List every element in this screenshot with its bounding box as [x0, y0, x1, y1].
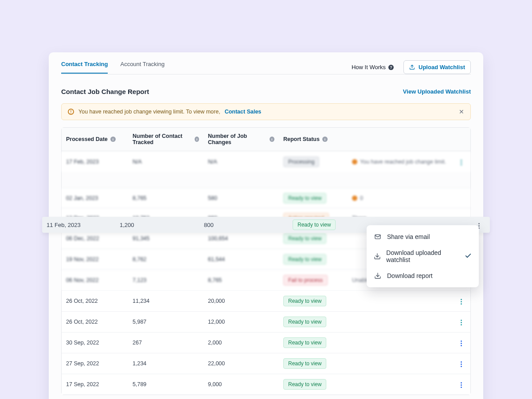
cell-status: Ready to view: [279, 375, 348, 394]
status-pill[interactable]: Ready to view: [283, 193, 326, 203]
cell-actions: [453, 194, 470, 203]
upload-watchlist-label: Upload Watchlist: [419, 64, 465, 70]
cell-tracked: 7,123: [128, 273, 203, 288]
info-icon[interactable]: i: [110, 137, 116, 142]
status-pill-ready[interactable]: Ready to view: [293, 219, 336, 230]
cell-changes: N/A: [203, 154, 279, 169]
cell-note: [348, 380, 453, 389]
cell-date: 06 Nov, 2022: [62, 273, 128, 288]
table-row[interactable]: 27 Sep, 20221,23422,000Ready to view: [62, 353, 470, 374]
cell-date: 26 Oct, 2022: [62, 314, 128, 329]
th-label: Number of Job Changes: [208, 133, 267, 145]
header-row: Contact Tracking Account Tracking How It…: [49, 52, 483, 74]
upload-watchlist-button[interactable]: Upload Watchlist: [403, 60, 471, 74]
cell-tracked: 1,234: [128, 356, 203, 371]
table-row[interactable]: 30 Sep, 20222672,000Ready to view: [62, 332, 470, 353]
cell-changes: 2,000: [203, 335, 279, 350]
info-icon[interactable]: i: [322, 137, 328, 142]
cell-changes: 800: [200, 222, 288, 228]
menu-item-download-report[interactable]: Download report: [367, 268, 479, 284]
row-actions-button[interactable]: [457, 157, 466, 168]
row-actions-button[interactable]: [457, 297, 466, 307]
cell-tracked: 91,345: [128, 231, 203, 246]
table-row[interactable]: 02 Jan, 20238,765580Ready to view0: [62, 188, 470, 208]
cell-actions: [453, 332, 470, 353]
cell-date: 11 Feb, 2023: [42, 222, 115, 228]
note-text: 0: [360, 195, 363, 201]
cell-date: 06 Dec, 2022: [62, 231, 128, 246]
info-icon[interactable]: i: [270, 137, 274, 142]
cell-actions: [453, 152, 470, 172]
cell-actions: [453, 312, 470, 332]
cell-changes: 20,000: [203, 293, 279, 309]
status-pill[interactable]: Processing: [283, 156, 319, 167]
cell-actions: [453, 291, 470, 311]
th-label: Report Status: [283, 136, 320, 142]
row-actions-button[interactable]: [457, 359, 466, 369]
cell-date: 26 Oct, 2022: [62, 293, 128, 309]
row-actions-button[interactable]: [457, 380, 466, 390]
tabs: Contact Tracking Account Tracking: [61, 61, 164, 74]
status-pill[interactable]: Ready to view: [283, 233, 326, 244]
th-label: Number of Contact Tracked: [133, 133, 192, 145]
menu-item-label: Download report: [387, 272, 433, 279]
table-row[interactable]: 17 Feb, 2023N/AN/AProcessingYou have rea…: [62, 151, 470, 172]
table-row[interactable]: 17 Sep, 20225,7899,000Ready to view: [62, 374, 470, 395]
view-uploaded-watchlist-link[interactable]: View Uploaded Watchlist: [403, 88, 471, 95]
status-pill[interactable]: Ready to view: [283, 337, 326, 348]
table-row[interactable]: 26 Oct, 20225,98712,000Ready to view: [62, 311, 470, 332]
tab-account-tracking[interactable]: Account Tracking: [120, 61, 164, 74]
status-pill[interactable]: Ready to view: [283, 296, 326, 306]
cell-status: Ready to view: [279, 312, 348, 332]
status-pill[interactable]: Ready to view: [283, 358, 326, 369]
cell-changes: 580: [203, 191, 279, 206]
status-pill[interactable]: Ready to view: [283, 379, 326, 390]
download-icon: [374, 253, 381, 260]
row-context-menu: Share via email Download uploaded watchl…: [367, 225, 479, 287]
upload-icon: [409, 64, 415, 70]
status-pill[interactable]: Fail to process: [283, 275, 328, 286]
cell-status: Ready to view: [279, 250, 348, 269]
table-row[interactable]: 26 Oct, 202211,23420,000Ready to view: [62, 290, 470, 311]
table-header: Processed Date i Number of Contact Track…: [62, 128, 470, 151]
cell-changes: 22,000: [203, 356, 279, 371]
cell-tracked: 8,762: [128, 252, 203, 267]
contact-sales-link[interactable]: Contact Sales: [225, 109, 262, 115]
status-pill[interactable]: Ready to view: [283, 254, 326, 265]
cell-date: 19 Nov, 2022: [62, 252, 128, 267]
cell-status: Ready to view: [279, 333, 348, 352]
cell-status: Ready to view: [279, 291, 348, 311]
how-it-works-label: How It Works: [352, 64, 386, 70]
page-title: Contact Job Change Report: [61, 88, 149, 95]
warning-icon: [352, 196, 357, 201]
row-spacer: [62, 172, 470, 188]
cell-note: [348, 317, 453, 326]
cell-status: Ready to view: [279, 354, 348, 373]
info-icon[interactable]: i: [195, 137, 199, 142]
warning-icon: [352, 159, 357, 164]
how-it-works-link[interactable]: How It Works ?: [352, 64, 394, 70]
status-pill[interactable]: Ready to view: [283, 317, 326, 327]
th-report-status: Report Status i: [279, 131, 348, 148]
cell-actions: [453, 353, 470, 374]
cell-changes: 12,000: [203, 314, 279, 329]
cell-note: [348, 338, 453, 347]
tab-contact-tracking[interactable]: Contact Tracking: [61, 61, 108, 74]
cell-changes: 100,654: [203, 231, 279, 246]
row-actions-button[interactable]: [457, 317, 466, 328]
cell-note: [348, 297, 453, 305]
info-icon: ?: [388, 65, 394, 70]
cell-changes: 9,000: [203, 377, 279, 392]
check-icon: [465, 252, 472, 261]
row-actions-button[interactable]: [457, 338, 466, 348]
cell-note: 0: [348, 191, 453, 206]
warning-icon: !: [68, 109, 74, 115]
cell-changes: 8,765: [203, 273, 279, 288]
alert-close-button[interactable]: ✕: [459, 108, 464, 115]
cell-date: 02 Jan, 2023: [62, 191, 128, 206]
menu-item-download-watchlist[interactable]: Download uploaded watchlist: [367, 245, 479, 268]
cell-status: Processing: [279, 152, 348, 172]
menu-item-share-email[interactable]: Share via email: [367, 229, 479, 245]
note-text: You have reached job change limit.: [360, 159, 446, 165]
download-icon: [374, 272, 382, 279]
